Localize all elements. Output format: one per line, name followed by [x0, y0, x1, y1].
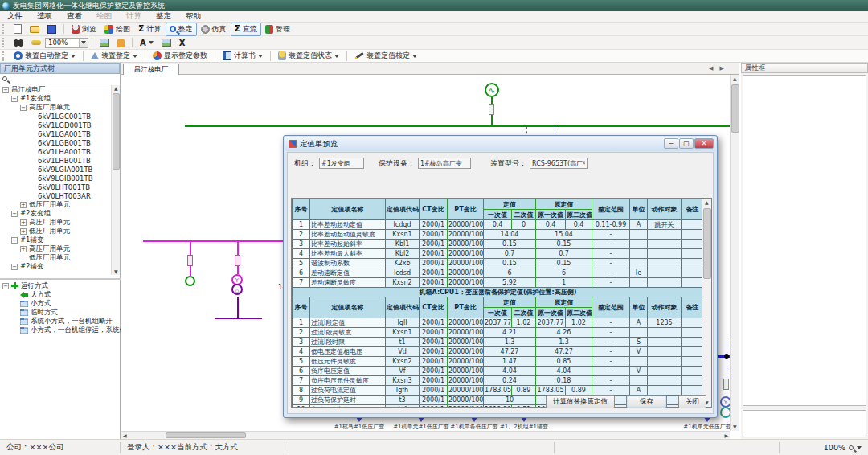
manage-button[interactable]: 管理 [261, 23, 294, 36]
tree-item[interactable]: −#2辅变 [0, 262, 121, 271]
table-row[interactable]: 4低电压定值相电压Vd2000/120000/10047.2747.27-V [293, 347, 704, 357]
table-row[interactable]: 3比率差动起始斜率Kbl12000/120000/1000.150.15- [293, 240, 704, 249]
cell-code[interactable]: Igfh [386, 386, 420, 396]
menu-item[interactable]: 文件 [0, 11, 30, 22]
cell-note[interactable] [682, 318, 704, 328]
simulation-button[interactable]: 仿真 [197, 23, 231, 36]
cell-name[interactable]: 比率差动起动定值 [310, 220, 386, 230]
cell-value[interactable]: 4.21 [484, 328, 536, 338]
cell-no[interactable]: 10 [293, 405, 310, 408]
calc-button[interactable]: Σ计算 [134, 23, 166, 36]
status-zoom-control[interactable]: 100% [824, 443, 868, 452]
unit-field[interactable] [319, 158, 364, 169]
tree-scrollbar[interactable]: ▲ ▼ [111, 85, 120, 275]
cell-name[interactable]: 过流I段时限 [310, 338, 386, 347]
cell-ct[interactable]: 2000/1 [420, 347, 448, 357]
menu-item[interactable]: 查看 [59, 11, 89, 22]
cell-ct[interactable]: 2000/1 [420, 405, 448, 408]
cell-ct[interactable]: 2000/1 [420, 220, 448, 230]
cell-value-secondary[interactable]: 0.51 [512, 405, 536, 408]
draw-button[interactable]: 绘图 [100, 23, 134, 36]
cell-note[interactable] [682, 249, 704, 259]
cell-ct[interactable]: 2000/1 [420, 259, 448, 268]
cell-ct[interactable]: 2000/1 [420, 328, 448, 338]
minimize-button[interactable]: ─ [664, 138, 678, 149]
cell-no[interactable]: 8 [293, 386, 310, 396]
tree-expander[interactable]: − [2, 87, 9, 93]
cell-code[interactable]: IglI [386, 318, 420, 328]
cell-target[interactable] [648, 278, 682, 288]
cell-unit[interactable]: V [630, 347, 648, 357]
table-row[interactable]: 7差动速断灵敏度Kxsn22000/120000/1005.921- [293, 278, 704, 288]
cell-code[interactable]: t1 [386, 338, 420, 347]
cell-code[interactable]: Kbl2 [386, 249, 420, 259]
cell-note[interactable] [682, 268, 704, 278]
cell-note[interactable] [682, 338, 704, 347]
cell-note[interactable] [682, 376, 704, 386]
cell-note[interactable] [682, 328, 704, 338]
cell-name[interactable]: 低电压定值相电压 [310, 347, 386, 357]
table-row[interactable]: 7负序电压元件灵敏度Kxsn32000/120000/1000.240.18- [293, 376, 704, 386]
tree-item[interactable]: −昌江核电厂 [0, 85, 121, 94]
table-row[interactable]: 3过流I段时限t12000/120000/1001.31.3-S [293, 338, 704, 347]
tab-plant[interactable]: 昌江核电厂 [123, 64, 179, 75]
cell-target[interactable] [648, 357, 682, 367]
cell-old-secondary[interactable]: 0.4 [566, 220, 592, 230]
cell-unit[interactable] [630, 230, 648, 240]
cell-target[interactable] [648, 328, 682, 338]
tree-item[interactable]: +低压厂用单元 [0, 200, 121, 209]
zoom-combobox[interactable]: 100% [45, 38, 88, 48]
cell-ct[interactable]: 2000/1 [420, 230, 448, 240]
cell-pt[interactable]: 20000/100 [448, 230, 484, 240]
scroll-up-arrow[interactable]: ▲ [705, 199, 709, 206]
cell-unit[interactable] [630, 357, 648, 367]
cell-no[interactable]: 6 [293, 268, 310, 278]
cell-no[interactable]: 4 [293, 347, 310, 357]
main-bus-line[interactable] [185, 125, 730, 127]
cell-target[interactable] [648, 268, 682, 278]
cell-code[interactable]: t3 [386, 396, 420, 405]
cell-target[interactable]: 1235 [648, 318, 682, 328]
tree-item[interactable]: 6kV9LGIB001TB [0, 174, 121, 182]
cell-pt[interactable]: 20000/100 [448, 249, 484, 259]
dropdown-arrow-icon[interactable] [258, 55, 263, 58]
menu-item[interactable]: 整定 [149, 11, 178, 22]
maximize-button[interactable]: ▢ [679, 138, 694, 149]
cell-old-value[interactable]: 15.04 [536, 230, 592, 240]
cell-range[interactable]: - [592, 268, 630, 278]
table-row[interactable]: 1过流I段定值IglI2000/120000/1002037.771.02203… [293, 318, 704, 328]
cell-old-value[interactable]: 4.26 [536, 328, 592, 338]
tree-expander[interactable]: − [11, 237, 18, 244]
tree-item[interactable]: 6kV1LHA001TB [0, 147, 121, 156]
tree-expander[interactable]: − [20, 105, 27, 111]
tree-item[interactable]: +高压厂用单元 [0, 244, 121, 253]
cell-no[interactable]: 1 [293, 318, 310, 328]
toolbar-grip[interactable] [2, 38, 6, 47]
cell-no[interactable]: 5 [293, 357, 310, 367]
cell-value-secondary[interactable]: 0 [512, 220, 536, 230]
cell-pt[interactable]: 20000/100 [448, 338, 484, 347]
cell-note[interactable] [682, 357, 704, 367]
cell-range[interactable]: - [592, 278, 630, 288]
cell-value-primary[interactable]: 0.4 [484, 220, 512, 230]
transformer-secondary-winding[interactable]: △ [231, 284, 243, 295]
cell-target[interactable]: 跳开关 [648, 220, 682, 230]
tab-scroll-arrows[interactable]: ◀ ▶ [709, 65, 727, 72]
cell-value-secondary[interactable]: 0.89 [512, 386, 536, 396]
tree-item[interactable]: 6kV1LGA001TB [0, 129, 121, 138]
font-button[interactable]: A [136, 37, 158, 49]
cell-old-value[interactable]: 0.15 [536, 240, 592, 249]
cell-pt[interactable]: 20000/100 [448, 278, 484, 288]
cell-code[interactable]: Kxsn2 [386, 278, 420, 288]
cell-unit[interactable]: A [630, 386, 648, 396]
tree-expander[interactable]: + [20, 202, 27, 208]
cell-range[interactable]: - [592, 259, 630, 268]
cell-value[interactable]: 10 [484, 396, 536, 405]
scroll-down-arrow[interactable]: ▼ [733, 424, 737, 430]
cell-old-value[interactable]: 0.85 [536, 357, 592, 367]
cell-pt[interactable]: 20000/100 [448, 357, 484, 367]
transformer-secondary-winding[interactable] [720, 407, 730, 418]
cell-name[interactable]: 过负荷保护延时 [310, 396, 386, 405]
cell-value[interactable]: 0.24 [484, 376, 536, 386]
cell-ct[interactable]: 2000/1 [420, 376, 448, 386]
